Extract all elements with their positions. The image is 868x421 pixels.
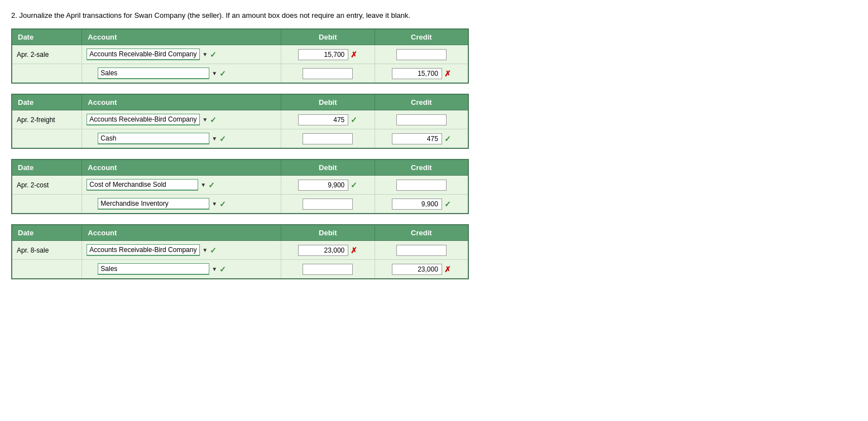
account-check-icon[interactable]: ✓: [219, 265, 226, 274]
table4: DateAccountDebitCreditApr. 8-saleAccount…: [11, 224, 469, 279]
credit-input[interactable]: [392, 133, 442, 144]
credit-cell: [375, 176, 468, 195]
debit-cell: [281, 195, 375, 214]
column-header-debit: Debit: [281, 225, 375, 241]
dropdown-arrow-icon[interactable]: ▼: [202, 247, 208, 253]
credit-cell: ✗: [375, 260, 468, 279]
dropdown-arrow-icon[interactable]: ▼: [202, 117, 208, 123]
account-select[interactable]: Accounts Receivable-Bird Company: [87, 114, 200, 125]
dropdown-arrow-icon[interactable]: ▼: [212, 136, 217, 142]
account-check-icon[interactable]: ✓: [219, 134, 226, 143]
debit-cell: [281, 64, 375, 84]
column-header-date: Date: [12, 225, 82, 241]
debit-cell: ✓: [281, 176, 375, 195]
debit-input[interactable]: [303, 199, 353, 210]
table3: DateAccountDebitCreditApr. 2-costCost of…: [11, 159, 469, 214]
table2: DateAccountDebitCreditApr. 2-freightAcco…: [11, 94, 469, 149]
column-header-credit: Credit: [375, 159, 468, 176]
dropdown-arrow-icon[interactable]: ▼: [212, 201, 217, 207]
date-cell: Apr. 2-sale: [12, 45, 82, 64]
account-cell[interactable]: Sales▼✓: [82, 260, 281, 279]
account-select[interactable]: Cost of Merchandise Sold: [87, 179, 198, 191]
instruction-text: 2. Journalize the April transactions for…: [11, 11, 857, 20]
column-header-credit: Credit: [375, 29, 468, 45]
column-header-account: Account: [82, 94, 281, 110]
column-header-debit: Debit: [281, 94, 375, 110]
credit-x-icon[interactable]: ✗: [444, 69, 451, 78]
credit-cell: ✓: [375, 195, 468, 214]
account-select[interactable]: Accounts Receivable-Bird Company: [87, 244, 200, 256]
table1: DateAccountDebitCreditApr. 2-saleAccount…: [11, 28, 469, 84]
debit-input[interactable]: [298, 180, 348, 191]
column-header-debit: Debit: [281, 159, 375, 176]
account-select[interactable]: Merchandise Inventory: [98, 198, 209, 210]
account-cell[interactable]: Cost of Merchandise Sold▼✓: [82, 176, 281, 195]
debit-input[interactable]: [303, 133, 353, 144]
credit-input[interactable]: [396, 180, 447, 191]
credit-cell: [375, 45, 468, 64]
debit-check-icon[interactable]: ✓: [351, 181, 357, 190]
column-header-account: Account: [82, 225, 281, 241]
debit-input[interactable]: [298, 114, 348, 125]
debit-cell: ✓: [281, 110, 375, 129]
account-check-icon[interactable]: ✓: [210, 50, 217, 59]
column-header-account: Account: [82, 159, 281, 176]
credit-cell: ✗: [375, 64, 468, 84]
date-cell: Apr. 2-freight: [12, 110, 82, 129]
debit-input[interactable]: [298, 245, 348, 256]
date-cell: [12, 260, 82, 279]
credit-cell: [375, 110, 468, 129]
credit-input[interactable]: [396, 114, 447, 125]
account-cell[interactable]: Accounts Receivable-Bird Company▼✓: [82, 241, 281, 260]
date-cell: [12, 195, 82, 214]
credit-cell: ✓: [375, 129, 468, 149]
debit-cell: ✗: [281, 241, 375, 260]
debit-check-icon[interactable]: ✓: [351, 115, 357, 124]
column-header-credit: Credit: [375, 225, 468, 241]
account-cell[interactable]: Accounts Receivable-Bird Company▼✓: [82, 45, 281, 64]
date-cell: [12, 129, 82, 149]
debit-input[interactable]: [303, 264, 353, 275]
column-header-date: Date: [12, 159, 82, 176]
date-cell: Apr. 8-sale: [12, 241, 82, 260]
column-header-debit: Debit: [281, 29, 375, 45]
account-cell[interactable]: Cash▼✓: [82, 129, 281, 149]
column-header-date: Date: [12, 94, 82, 110]
column-header-date: Date: [12, 29, 82, 45]
account-select[interactable]: Sales: [98, 67, 209, 79]
dropdown-arrow-icon[interactable]: ▼: [212, 70, 217, 76]
account-check-icon[interactable]: ✓: [219, 200, 226, 209]
dropdown-arrow-icon[interactable]: ▼: [200, 182, 206, 188]
account-select[interactable]: Cash: [98, 133, 209, 144]
credit-x-icon[interactable]: ✗: [444, 265, 451, 274]
debit-cell: ✗: [281, 45, 375, 64]
credit-input[interactable]: [392, 199, 442, 210]
dropdown-arrow-icon[interactable]: ▼: [202, 51, 208, 57]
date-cell: Apr. 2-cost: [12, 176, 82, 195]
debit-input[interactable]: [298, 49, 348, 60]
account-check-icon[interactable]: ✓: [210, 246, 217, 255]
dropdown-arrow-icon[interactable]: ▼: [212, 266, 217, 272]
account-cell[interactable]: Merchandise Inventory▼✓: [82, 195, 281, 214]
column-header-credit: Credit: [375, 94, 468, 110]
account-check-icon[interactable]: ✓: [219, 69, 226, 78]
account-check-icon[interactable]: ✓: [210, 115, 217, 124]
credit-check-icon[interactable]: ✓: [444, 200, 451, 209]
credit-input[interactable]: [392, 264, 442, 275]
debit-input[interactable]: [303, 68, 353, 79]
debit-x-icon[interactable]: ✗: [351, 246, 357, 255]
date-cell: [12, 64, 82, 84]
debit-x-icon[interactable]: ✗: [351, 50, 357, 59]
credit-input[interactable]: [396, 245, 447, 256]
column-header-account: Account: [82, 29, 281, 45]
account-select[interactable]: Sales: [98, 263, 209, 275]
debit-cell: [281, 260, 375, 279]
account-cell[interactable]: Accounts Receivable-Bird Company▼✓: [82, 110, 281, 129]
debit-cell: [281, 129, 375, 149]
credit-check-icon[interactable]: ✓: [444, 134, 451, 143]
account-select[interactable]: Accounts Receivable-Bird Company: [87, 49, 200, 60]
credit-input[interactable]: [392, 68, 442, 79]
credit-input[interactable]: [396, 49, 447, 60]
account-cell[interactable]: Sales▼✓: [82, 64, 281, 84]
account-check-icon[interactable]: ✓: [208, 181, 215, 190]
